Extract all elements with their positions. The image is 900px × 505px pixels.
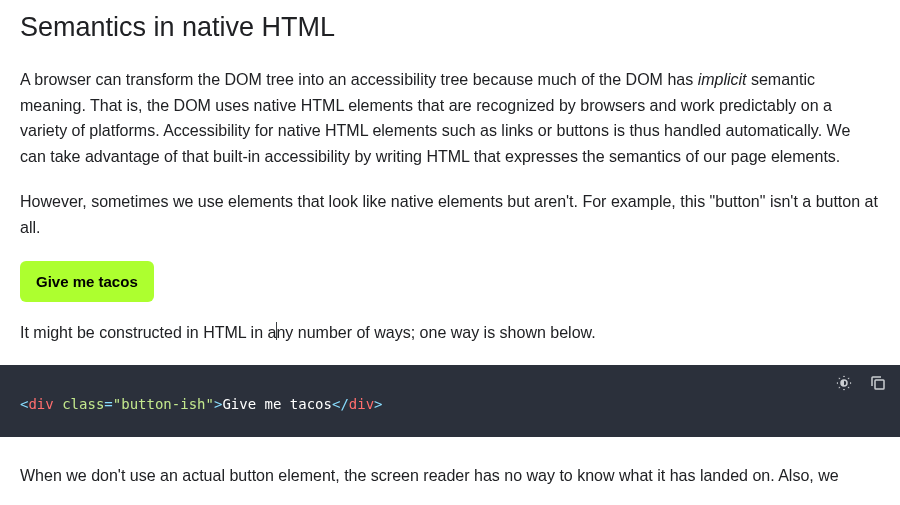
- paragraph-1: A browser can transform the DOM tree int…: [20, 67, 880, 169]
- section-heading: Semantics in native HTML: [20, 12, 880, 43]
- code-token: ": [206, 396, 214, 412]
- code-token: div: [28, 396, 53, 412]
- brightness-icon: [835, 374, 853, 392]
- code-token: >: [374, 396, 382, 412]
- para1-emphasis: implicit: [698, 71, 747, 88]
- para3-text-before-caret: It might be constructed in HTML in a: [20, 324, 276, 341]
- copy-code-button[interactable]: [866, 371, 890, 395]
- code-token: button-ish: [121, 396, 205, 412]
- code-token: </: [332, 396, 349, 412]
- copy-icon: [869, 374, 887, 392]
- code-token: [54, 396, 62, 412]
- para3-text-after-caret: ny number of ways; one way is shown belo…: [276, 324, 595, 341]
- para1-part1: A browser can transform the DOM tree int…: [20, 71, 698, 88]
- theme-toggle-button[interactable]: [832, 371, 856, 395]
- code-toolbar: [832, 371, 890, 395]
- code-block: <div class="button-ish">Give me tacos</d…: [0, 365, 900, 437]
- give-me-tacos-button[interactable]: Give me tacos: [20, 261, 154, 302]
- code-token: =: [104, 396, 112, 412]
- code-token: class: [62, 396, 104, 412]
- code-token: ": [113, 396, 121, 412]
- paragraph-2: However, sometimes we use elements that …: [20, 189, 880, 240]
- paragraph-3: It might be constructed in HTML in any n…: [20, 320, 880, 346]
- svg-rect-0: [875, 380, 884, 389]
- code-token: Give me tacos: [222, 396, 332, 412]
- paragraph-4-truncated: When we don't use an actual button eleme…: [20, 463, 880, 489]
- code-token: div: [349, 396, 374, 412]
- code-snippet: <div class="button-ish">Give me tacos</d…: [0, 365, 900, 437]
